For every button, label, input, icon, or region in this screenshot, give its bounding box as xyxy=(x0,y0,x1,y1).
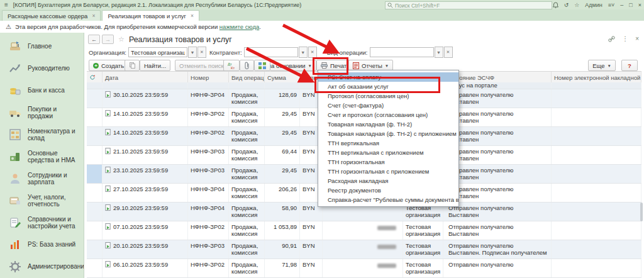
people-icon xyxy=(8,172,22,186)
cell-sum: 29,45 xyxy=(265,108,300,126)
service-menu-icon[interactable]: ≡˅ xyxy=(608,2,615,8)
redacted-counterparty xyxy=(377,226,396,230)
truck-icon xyxy=(8,106,22,120)
print-menu-item[interactable]: Реестр документов xyxy=(318,186,458,195)
close-form-icon[interactable]: × xyxy=(635,35,639,42)
vertical-scrollbar-thumb[interactable] xyxy=(640,203,643,221)
row-select-cell xyxy=(87,184,103,202)
cell-date: 23.10.2025 23:59:59 xyxy=(103,165,188,183)
history-icon[interactable]: ↺ xyxy=(564,2,569,8)
open-windows-tabbar: Расходные кассовые ордера × Реализация т… xyxy=(0,9,644,21)
gear-icon xyxy=(8,260,22,274)
print-menu-item[interactable]: Счет и протокол (согласования цен) xyxy=(318,110,458,120)
forward-button[interactable]: → xyxy=(102,35,114,44)
more-button[interactable]: Еще▼ xyxy=(588,60,616,71)
close-window-button[interactable]: × xyxy=(638,2,641,8)
sidebar-item-people[interactable]: Сотрудники и зарплата xyxy=(0,167,84,189)
print-menu-item[interactable]: Расходная накладная xyxy=(318,176,458,186)
notifications-bell-icon[interactable] xyxy=(553,2,558,8)
table-row[interactable]: 07.10.2025 23:59:59НФНФ-ЗР02Продажа,коми… xyxy=(87,221,641,240)
operation-clear-icon[interactable]: ✕ xyxy=(444,47,453,58)
print-menu-item[interactable]: Справка-расчет "Рублевые суммы документа… xyxy=(318,195,458,204)
contractor-dropdown-icon[interactable]: ▼ xyxy=(299,47,308,58)
sidebar-item-refbook[interactable]: Справочники и настройки учета xyxy=(0,211,84,233)
contractor-clear-icon[interactable]: ✕ xyxy=(308,47,317,58)
copy-button[interactable] xyxy=(125,60,140,71)
print-menu-item[interactable]: Товарная накладная (ф. ТН-2) xyxy=(318,120,458,129)
tab-label: Расходные кассовые ордера xyxy=(8,13,87,19)
paperclip-icon xyxy=(244,62,250,69)
filter-contractor-input[interactable] xyxy=(244,47,298,57)
header-Дата[interactable]: Дата xyxy=(103,72,188,83)
cell-currency: BYN xyxy=(300,221,323,240)
cell-e-waybill-number xyxy=(552,89,641,108)
print-menu-item[interactable]: ТТН вертикальная с приложением xyxy=(318,148,458,157)
header-Номер электронной накладной[interactable]: Номер электронной накладной xyxy=(552,72,641,83)
header-select-column[interactable] xyxy=(87,72,103,83)
header-Вид операции[interactable]: Вид операции xyxy=(229,72,265,83)
cell-currency: BYN xyxy=(300,259,323,277)
find-button[interactable]: Найти... xyxy=(140,60,170,71)
minimize-button[interactable]: – xyxy=(620,2,623,8)
table-row[interactable]: 20.10.2025 23:59:59НФНФ-ЗР03Продажа,коми… xyxy=(87,240,641,259)
more-actions-icon[interactable]: ⋮ xyxy=(622,35,628,42)
cell-e-waybill-number xyxy=(552,221,641,240)
favorites-star-icon[interactable]: ☆ xyxy=(574,2,579,8)
header-Номер[interactable]: Номер xyxy=(188,72,229,83)
sidebar-item-chart[interactable]: Руководителю xyxy=(0,57,84,79)
print-menu-item[interactable]: ТТН вертикальная xyxy=(318,138,458,148)
sidebar-item-shelf[interactable]: Номенклатура и склад xyxy=(0,123,84,145)
print-menu-item[interactable]: ТТН горизонтальная xyxy=(318,157,458,167)
cell-organization: Тестовая организация xyxy=(403,221,443,240)
restore-button[interactable]: □ xyxy=(629,2,632,8)
cell-eschf-state: Отправлен получателюВыставлен. Подписан … xyxy=(443,240,552,259)
tab-close-icon[interactable]: × xyxy=(191,13,194,19)
cancel-search-button[interactable]: Отменить поиск xyxy=(175,60,228,71)
create-based-on-button[interactable]: Создать на основании▼ xyxy=(270,60,316,71)
org-clear-icon[interactable]: ✕ xyxy=(197,47,206,58)
print-menu-item[interactable]: Товарная накладная (ф. ТН-2) с приложени… xyxy=(318,129,458,138)
cell-number: НФНФ-ЗР02 xyxy=(188,259,229,277)
back-button[interactable]: ← xyxy=(88,35,100,44)
global-search-input[interactable]: Поиск Ctrl+Shift+F xyxy=(385,1,552,9)
cell-operation-type: Продажа,комиссия xyxy=(229,165,265,183)
print-menu-item[interactable]: Счет (счет-фактура) xyxy=(318,101,458,110)
operation-dropdown-icon[interactable]: ▼ xyxy=(435,47,443,58)
sidebar-item-home[interactable]: Главное xyxy=(0,35,84,57)
attachments-button[interactable] xyxy=(240,60,254,71)
print-menu-item[interactable]: ТТН горизонтальная с приложением xyxy=(318,167,458,176)
main-menu-icon[interactable]: ≡ xyxy=(4,1,8,8)
cell-sum: 58,90 xyxy=(265,203,300,221)
cell-operation-type: Продажа,комиссия xyxy=(229,240,265,259)
sidebar-item-truck[interactable]: Покупки и продажи xyxy=(0,101,84,123)
get-link-icon[interactable] xyxy=(608,36,615,42)
sidebar-item-report[interactable]: Учет, налоги, отчетность xyxy=(0,189,84,211)
sidebar-item-kb[interactable]: PS: База знаний xyxy=(0,233,84,255)
user-name[interactable]: Админ xyxy=(585,2,602,8)
header-Сумма[interactable]: Сумма xyxy=(265,72,300,83)
create-button[interactable]: + Создать xyxy=(89,60,128,71)
tab-close-icon[interactable]: × xyxy=(92,13,95,19)
cell-eschf-state: Отправлен получателю xyxy=(443,259,552,277)
cell-operation-type: Продажа,комиссия xyxy=(229,259,265,277)
org-dropdown-icon[interactable]: ▼ xyxy=(188,47,197,58)
filter-org-input[interactable] xyxy=(128,47,187,57)
filter-operation-input[interactable] xyxy=(370,47,434,57)
related-documents-button[interactable] xyxy=(254,60,270,71)
copy-icon xyxy=(130,62,135,69)
table-row[interactable]: 06.10.2025 23:59:59НФНФ-ЗР02Продажа,коми… xyxy=(87,259,641,278)
show-postings-button[interactable]: ДтКт xyxy=(223,60,240,71)
asset-icon xyxy=(8,150,22,164)
buy-link[interactable]: нажмите сюда xyxy=(219,23,259,30)
tab-sales[interactable]: Реализация товаров и услуг × xyxy=(102,10,199,21)
sidebar-item-bank[interactable]: Банк и касса xyxy=(0,79,84,101)
favorite-star-icon[interactable]: ☆ xyxy=(118,35,125,43)
header-Состояние ЭСЧФ[interactable]: Состояние ЭСЧФ xyxy=(443,72,552,83)
posted-document-icon xyxy=(105,204,111,211)
cell-sum: 69,44 xyxy=(265,146,300,164)
sidebar-item-asset[interactable]: Основные средства и НМА xyxy=(0,145,84,167)
sidebar-item-gear[interactable]: Администрирование xyxy=(0,255,84,277)
help-button[interactable]: ? xyxy=(621,60,638,71)
cell-sum: 90,91 xyxy=(265,240,300,259)
tab-cash-orders[interactable]: Расходные кассовые ордера × xyxy=(2,10,101,21)
